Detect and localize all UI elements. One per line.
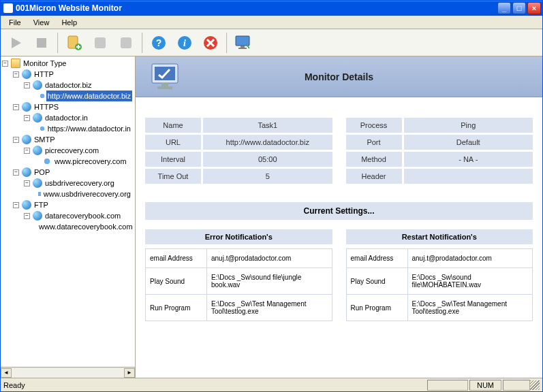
ie-icon — [42, 157, 52, 166]
svg-marker-0 — [12, 37, 21, 48]
collapse-icon[interactable]: − — [24, 115, 30, 121]
tree-pop[interactable]: −POP — [13, 167, 135, 178]
status-bar: Ready NUM — [1, 378, 542, 391]
status-num: NUM — [469, 380, 501, 391]
tree-smtp-site[interactable]: −picrecovery.com — [24, 145, 135, 156]
restart-program-label: Run Program — [347, 295, 408, 321]
collapse-icon[interactable]: − — [24, 148, 30, 154]
globe-icon — [33, 178, 42, 188]
tree-http-site[interactable]: −datadoctor.biz — [24, 80, 135, 91]
play-button[interactable] — [3, 31, 28, 54]
tree-ftp-site[interactable]: −datarecoverybook.com — [24, 210, 135, 221]
globe-icon — [22, 102, 31, 112]
window-title: 001Micron Website Monitor — [16, 3, 497, 13]
globe-icon — [22, 167, 31, 177]
collapse-icon[interactable]: − — [13, 137, 19, 143]
collapse-icon[interactable]: − — [13, 71, 19, 78]
interval-label: Interval — [145, 152, 201, 167]
close-button[interactable]: × — [527, 2, 541, 14]
tree-pop-site[interactable]: −usbdriverecovery.org — [24, 178, 135, 189]
current-settings-header: Current Settings... — [145, 202, 533, 220]
collapse-icon[interactable]: − — [13, 202, 19, 208]
timeout-label: Time Out — [145, 169, 201, 184]
details-header: Monitor Details — [136, 56, 542, 97]
globe-icon — [33, 80, 42, 90]
collapse-icon[interactable]: − — [24, 180, 30, 186]
tree-ftp-url[interactable]: www.datarecoverybook.com — [35, 221, 135, 232]
folder-icon — [11, 59, 20, 68]
tree-https[interactable]: −HTTPS — [13, 101, 135, 112]
name-value: Task1 — [203, 118, 332, 133]
error-sound-label: Play Sound — [146, 268, 207, 294]
restart-email-label: email Address — [347, 249, 408, 267]
monitor-button[interactable] — [231, 31, 255, 54]
task1-button[interactable] — [88, 31, 112, 54]
details-pane: Monitor Details NameTask1 URLhttp://www.… — [136, 56, 542, 378]
ie-icon — [40, 124, 45, 133]
tree-root[interactable]: −Monitor Type — [2, 58, 135, 69]
name-label: Name — [145, 118, 201, 133]
menu-file[interactable]: File — [3, 17, 27, 28]
ie-icon — [40, 91, 45, 101]
tree-hscroll[interactable]: ◄ ► — [1, 367, 135, 378]
svg-rect-13 — [238, 48, 247, 49]
method-value: - NA - — [404, 152, 533, 167]
svg-rect-11 — [236, 36, 249, 46]
scroll-right-button[interactable]: ► — [124, 368, 135, 378]
tree-smtp-url[interactable]: www.picrecovery.com — [35, 156, 135, 167]
svg-rect-12 — [241, 46, 245, 48]
globe-icon — [33, 113, 42, 122]
timeout-value: 5 — [203, 169, 332, 184]
monitor-icon — [149, 63, 182, 91]
scroll-left-button[interactable]: ◄ — [1, 368, 12, 378]
restart-sound-value: E:\Docs _Sw\sound file\MOHABATEIN.wav — [408, 268, 533, 294]
add-task-button[interactable] — [62, 31, 87, 54]
process-label: Process — [346, 118, 402, 133]
svg-text:i: i — [183, 38, 186, 48]
tree-http[interactable]: −HTTP — [13, 69, 135, 80]
tree-https-site[interactable]: −datadoctor.in — [24, 112, 135, 123]
app-icon — [3, 3, 13, 13]
tree-https-url[interactable]: https://www.datadoctor.in — [35, 123, 135, 134]
tree-smtp[interactable]: −SMTP — [13, 134, 135, 145]
menu-view[interactable]: View — [28, 17, 55, 28]
monitor-tree[interactable]: −Monitor Type −HTTP −datadoctor.biz http… — [1, 56, 135, 367]
collapse-icon[interactable]: − — [2, 61, 8, 67]
scroll-track[interactable] — [12, 368, 124, 378]
collapse-icon[interactable]: − — [13, 104, 19, 110]
collapse-icon[interactable]: − — [24, 82, 30, 88]
tree-ftp[interactable]: −FTP — [13, 199, 135, 210]
task2-button[interactable] — [114, 31, 138, 54]
status-ready: Ready — [3, 381, 25, 389]
header-label: Header — [346, 169, 402, 184]
details-title: Monitor Details — [196, 71, 482, 82]
resize-grip[interactable] — [530, 380, 540, 390]
maximize-button[interactable]: □ — [512, 2, 526, 14]
url-label: URL — [145, 135, 201, 150]
minimize-button[interactable]: _ — [497, 2, 511, 14]
globe-icon — [22, 135, 31, 144]
error-program-value: E:\Docs _Sw\Test Management Tool\testlog… — [207, 295, 332, 321]
collapse-icon[interactable]: − — [13, 169, 19, 176]
svg-rect-4 — [95, 37, 106, 48]
restart-program-value: E:\Docs _Sw\Test Management Tool\testlog… — [408, 295, 533, 321]
delete-button[interactable] — [198, 31, 223, 54]
svg-text:?: ? — [156, 37, 162, 48]
tree-pop-url[interactable]: www.usbdriverecovery.org — [35, 189, 135, 199]
menu-help[interactable]: Help — [56, 17, 82, 28]
svg-rect-18 — [157, 86, 172, 89]
globe-icon — [33, 211, 42, 220]
globe-icon — [22, 69, 31, 79]
tree-http-url[interactable]: http://www.datadoctor.biz — [35, 91, 135, 101]
ie-icon — [38, 189, 41, 199]
port-value: Default — [404, 135, 533, 150]
stop-button[interactable] — [29, 31, 54, 54]
method-label: Method — [346, 152, 402, 167]
svg-rect-17 — [161, 83, 168, 86]
help-button[interactable]: ? — [146, 31, 171, 54]
process-value: Ping — [404, 118, 533, 133]
error-email-label: email Address — [146, 249, 207, 267]
collapse-icon[interactable]: − — [24, 213, 30, 219]
menu-bar: File View Help — [1, 16, 542, 29]
info-button[interactable]: i — [172, 31, 197, 54]
